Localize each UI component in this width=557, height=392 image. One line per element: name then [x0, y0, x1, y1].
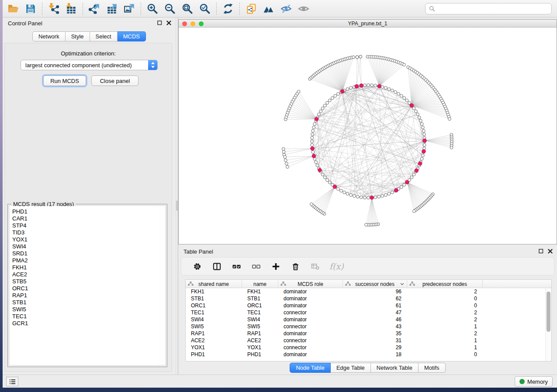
- export-network-button[interactable]: [86, 1, 103, 16]
- criterion-dropdown[interactable]: largest connected component (undirected): [21, 60, 158, 70]
- mcds-result-item[interactable]: PMA2: [10, 257, 159, 264]
- table-row[interactable]: PHD1PHD1dominator180: [186, 351, 545, 358]
- mcds-result-item[interactable]: ACE2: [10, 271, 159, 278]
- table-cell: ACE2: [186, 337, 242, 344]
- column-header-successor-nodes[interactable]: successor nodes: [343, 280, 407, 288]
- mcds-result-item[interactable]: STB1: [10, 299, 159, 306]
- delete-button[interactable]: [290, 261, 301, 272]
- tab-network-table[interactable]: Network Table: [371, 363, 419, 373]
- tab-select[interactable]: Select: [90, 31, 118, 41]
- search-input[interactable]: [437, 4, 551, 13]
- close-table-panel-icon[interactable]: [548, 249, 553, 254]
- table-row[interactable]: SWI5SWI5connector431: [186, 323, 545, 330]
- deselect-all-button[interactable]: [251, 261, 261, 272]
- add-button[interactable]: [270, 261, 281, 272]
- function-icon: f(x): [329, 261, 344, 271]
- table-cell: 0: [407, 302, 483, 309]
- mcds-result-item[interactable]: RAP1: [10, 292, 159, 299]
- open-button[interactable]: [4, 1, 22, 16]
- mcds-result-list[interactable]: PHD1CAR1STP4TID3YOX1SWI4SRD1PMA2FKH1ACE2…: [10, 206, 165, 365]
- deselect-all-icon: [252, 262, 260, 271]
- column-header-name[interactable]: name: [242, 280, 278, 288]
- mcds-result-item[interactable]: ORC1: [10, 285, 159, 292]
- tab-node-table[interactable]: Node Table: [290, 363, 331, 373]
- tab-style[interactable]: Style: [66, 31, 90, 41]
- columns-button[interactable]: [211, 261, 222, 272]
- mcds-result-item[interactable]: TID3: [10, 229, 159, 236]
- import-table-button[interactable]: [62, 1, 80, 16]
- mcds-result-item[interactable]: PHD1: [10, 208, 159, 215]
- show-panels-button[interactable]: [6, 377, 18, 386]
- table-cell: ORC1: [242, 302, 278, 309]
- export-table-button[interactable]: [103, 1, 121, 16]
- zoom-in-button[interactable]: [144, 1, 161, 16]
- export-image-button[interactable]: [121, 1, 138, 16]
- table-row[interactable]: STB1STB1dominator620: [186, 295, 545, 302]
- splitter-grip-icon: [176, 201, 178, 210]
- mcds-result-item[interactable]: FKH1: [10, 264, 159, 271]
- refresh-button[interactable]: [219, 1, 237, 16]
- memory-status-icon: [519, 379, 525, 384]
- close-panel-icon[interactable]: [166, 21, 171, 25]
- scrollbar-thumb[interactable]: [547, 292, 550, 332]
- copy-network-button[interactable]: [242, 1, 260, 16]
- mcds-result-item[interactable]: CAR1: [10, 215, 159, 222]
- mcds-result-item[interactable]: STP4: [10, 222, 159, 229]
- mcds-panel: Optimization criterion: largest connecte…: [4, 43, 172, 372]
- zoom-selected-button[interactable]: [196, 1, 214, 16]
- table-row[interactable]: SWI4SWI4dominator462: [186, 316, 545, 323]
- mcds-result-item[interactable]: SRD1: [10, 250, 159, 257]
- save-icon: [25, 3, 36, 14]
- memory-button[interactable]: Memory: [515, 376, 553, 387]
- network-window-titlebar[interactable]: YPA_prune.txt_1: [179, 20, 557, 28]
- network-canvas[interactable]: [179, 28, 557, 244]
- tab-mcds[interactable]: MCDS: [118, 31, 146, 41]
- columns-icon: [213, 262, 221, 271]
- table-row[interactable]: RAP1RAP1dominator352: [186, 330, 545, 337]
- table-row[interactable]: FKH1FKH1dominator962: [186, 288, 545, 295]
- table-row[interactable]: TEC1TEC1connector472: [186, 309, 545, 316]
- dropdown-stepper-icon: [148, 60, 157, 70]
- zoom-fit-button[interactable]: [179, 1, 196, 16]
- mcds-result-item[interactable]: SWI4: [10, 243, 159, 250]
- tab-network[interactable]: Network: [32, 31, 66, 41]
- column-header-mcds-role[interactable]: MCDS role: [278, 280, 343, 288]
- show-all-button[interactable]: [295, 1, 312, 16]
- hide-selected-button[interactable]: [277, 1, 295, 16]
- column-header-shared-name[interactable]: shared name: [186, 280, 242, 288]
- table-cell: SWI4: [186, 316, 242, 323]
- table-cell: connector: [278, 323, 343, 330]
- float-table-panel-icon[interactable]: [539, 249, 543, 254]
- network-window-title: YPA_prune.txt_1: [179, 21, 557, 27]
- float-panel-icon[interactable]: [157, 21, 162, 25]
- table-cell: 2: [407, 316, 483, 323]
- mcds-result-item[interactable]: GCR1: [10, 320, 159, 327]
- control-panel-title: Control Panel: [8, 20, 42, 27]
- toolbar-separator: [42, 3, 42, 15]
- table-row[interactable]: ACE2ACE2connector311: [186, 337, 545, 344]
- import-network-button[interactable]: [45, 1, 62, 16]
- zoom-out-button[interactable]: [161, 1, 179, 16]
- table-cell: 1: [407, 337, 483, 344]
- search-box[interactable]: [425, 3, 552, 14]
- mcds-result-item[interactable]: STB5: [10, 278, 159, 285]
- tab-motifs[interactable]: Motifs: [419, 363, 446, 373]
- table-cell: connector: [278, 337, 343, 344]
- table-cell: ACE2: [242, 337, 278, 344]
- mcds-result-item[interactable]: YOX1: [10, 236, 159, 243]
- first-neighbors-button[interactable]: [260, 1, 277, 16]
- save-button[interactable]: [22, 1, 39, 16]
- mcds-result-item[interactable]: SWI5: [10, 306, 159, 313]
- table-row[interactable]: YOX1YOX1connector291: [186, 344, 545, 351]
- column-header-predecessor-nodes[interactable]: predecessor nodes: [407, 280, 483, 288]
- select-all-button[interactable]: [231, 261, 242, 272]
- table-cell: dominator: [278, 351, 343, 358]
- close-panel-button[interactable]: Close panel: [91, 76, 138, 86]
- gear-button[interactable]: [192, 261, 202, 272]
- tab-edge-table[interactable]: Edge Table: [331, 363, 371, 373]
- run-mcds-button[interactable]: Run MCDS: [43, 76, 86, 86]
- table-scrollbar[interactable]: [545, 288, 551, 361]
- mcds-result-item[interactable]: TEC1: [10, 313, 159, 320]
- table-row[interactable]: ORC1ORC1dominator610: [186, 302, 545, 309]
- delete-table-button: [310, 261, 320, 272]
